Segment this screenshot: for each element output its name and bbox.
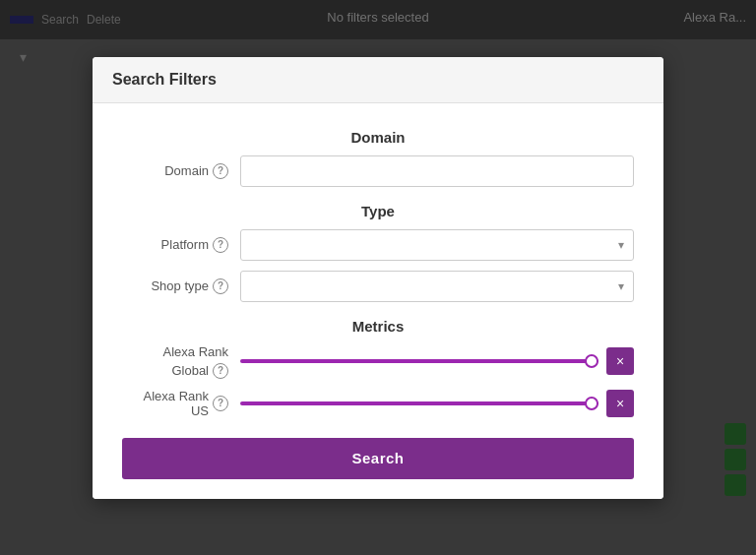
modal-header: Search Filters [93,57,663,103]
type-section-heading: Type [122,203,634,219]
metrics-section-heading: Metrics [122,318,634,335]
alexa-us-range-wrapper: × [240,390,634,417]
alexa-us-slider[interactable] [240,401,598,405]
search-filters-modal: Search Filters Domain Domain ? Type Plat… [93,57,663,499]
domain-help-icon[interactable]: ? [213,163,228,179]
alexa-global-slider[interactable] [240,359,598,363]
alexa-global-range-wrapper: × [240,347,634,375]
platform-help-icon[interactable]: ? [213,237,228,253]
alexa-rank-us-label: Alexa Rank US ? [122,389,240,418]
platform-label: Platform ? [122,237,240,253]
shop-type-select-wrapper: ▾ [240,271,634,302]
search-button-row: Search [122,438,634,479]
alexa-global-help-icon[interactable]: ? [213,363,228,379]
modal-overlay: Search Filters Domain Domain ? Type Plat… [0,0,756,555]
alexa-us-help-icon[interactable]: ? [213,396,228,411]
platform-select[interactable] [240,229,634,261]
shop-type-select[interactable] [240,271,634,302]
alexa-global-clear-button[interactable]: × [606,347,634,375]
alexa-us-clear-button[interactable]: × [606,390,634,417]
modal-title: Search Filters [112,71,217,88]
modal-body: Domain Domain ? Type Platform ? [93,103,663,499]
domain-input[interactable] [240,155,634,187]
alexa-rank-us-label-line1: Alexa Rank US ? [122,389,228,418]
alexa-rank-global-label: Alexa Rank Global ? [122,344,240,379]
alexa-rank-global-label-line1: Alexa Rank [163,344,228,359]
search-button[interactable]: Search [122,438,634,479]
shop-type-field-row: Shop type ? ▾ [122,271,634,302]
platform-field-row: Platform ? ▾ [122,229,634,261]
domain-field-row: Domain ? [122,155,634,187]
shop-type-label: Shop type ? [122,278,240,294]
platform-select-wrapper: ▾ [240,229,634,261]
alexa-rank-us-row: Alexa Rank US ? × [122,389,634,418]
domain-section-heading: Domain [122,129,634,146]
alexa-rank-global-label-line2: Global ? [171,363,228,379]
domain-label: Domain ? [122,163,240,179]
alexa-rank-global-row: Alexa Rank Global ? × [122,344,634,379]
shop-type-help-icon[interactable]: ? [213,278,228,294]
